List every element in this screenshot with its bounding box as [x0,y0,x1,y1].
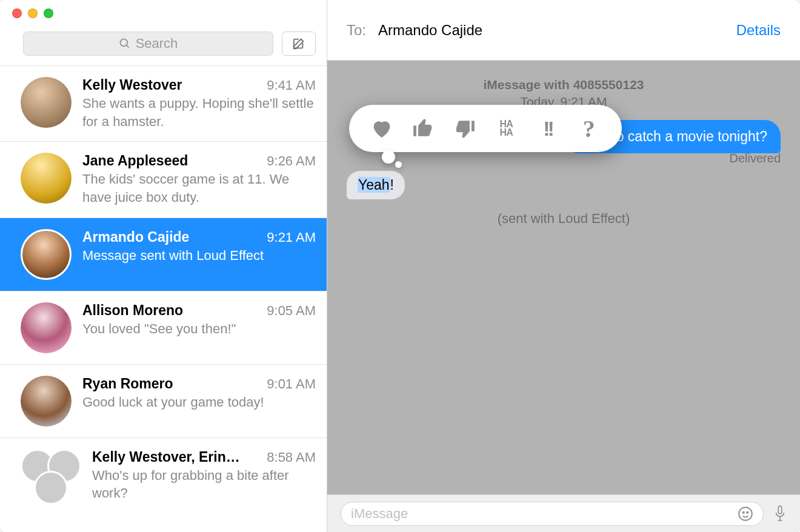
avatar [21,153,72,204]
search-icon [119,38,131,50]
svg-point-3 [739,507,752,520]
svg-rect-6 [778,506,782,514]
conversation-preview: Message sent with Loud Effect [82,247,316,265]
tapback-thumbs-up[interactable] [408,114,438,143]
window-minimize-button[interactable] [28,8,38,18]
tapback-heart[interactable] [367,114,396,143]
search-placeholder: Search [136,36,178,52]
conversation-time: 9:26 AM [267,153,316,169]
svg-point-5 [747,511,748,513]
mic-button[interactable] [773,505,787,523]
conversation-preview: She wants a puppy. Hoping she'll settle … [82,95,316,130]
heart-icon [370,116,394,141]
sidebar: Search Kelly Westover9:41 AM She wants a… [0,0,327,532]
message-thread: iMessage with 4085550123 Today, 9:21 AM … [327,61,800,494]
search-row: Search [0,27,327,65]
compose-button[interactable] [282,32,316,56]
tapback-question[interactable]: ? [575,114,604,143]
conversation-list: Kelly Westover9:41 AM She wants a puppy.… [0,65,327,532]
incoming-text-highlight: Yeah [358,177,390,193]
avatar [21,77,72,128]
conversation-name: Kelly Westover, Erin… [92,449,240,465]
svg-line-1 [126,45,128,48]
conversation-time: 9:21 AM [267,230,316,245]
messages-window: Search Kelly Westover9:41 AM She wants a… [0,0,800,532]
conversation-preview: Good luck at your game today! [82,393,316,411]
conversation-item[interactable]: Allison Moreno9:05 AM You loved "See you… [0,291,327,364]
main-pane: To: Armando Cajide Details iMessage with… [327,0,800,532]
conversation-preview: Who's up for grabbing a bite after work? [92,467,316,502]
question-icon: ? [583,115,595,143]
conversation-item-selected[interactable]: Armando Cajide9:21 AM Message sent with … [0,218,327,291]
window-zoom-button[interactable] [44,8,53,18]
thread-info-line: iMessage with 4085550123 [327,78,800,92]
svg-point-4 [743,511,744,513]
avatar [21,229,72,280]
window-close-button[interactable] [12,8,22,18]
svg-point-0 [120,39,127,47]
double-exclaim-icon: !! [543,117,552,141]
conversation-time: 9:05 AM [267,303,316,319]
conversation-time: 8:58 AM [267,450,316,465]
details-button[interactable]: Details [736,22,781,39]
conversation-preview: You loved "See you then!" [82,320,316,338]
message-input[interactable]: iMessage [341,502,764,526]
tapback-thumbs-down[interactable] [450,114,479,143]
thumbs-up-icon [412,117,435,140]
mic-icon [773,505,787,523]
titlebar [0,0,327,27]
tapback-haha[interactable]: HAHA [492,114,521,143]
effect-caption: (sent with Loud Effect) [327,211,800,227]
compose-bar: iMessage [327,494,800,532]
incoming-text-tail: ! [390,177,394,193]
delivered-status: Delivered [730,151,781,165]
thumbs-down-icon [453,117,476,140]
search-input[interactable]: Search [23,32,273,56]
tapback-emphasize[interactable]: !! [533,114,562,143]
conversation-item[interactable]: Ryan Romero9:01 AM Good luck at your gam… [0,364,327,437]
avatar [21,376,72,427]
smiley-icon [738,506,753,522]
conversation-name: Armando Cajide [82,229,189,245]
tapback-popover: HAHA !! ? [349,105,622,152]
compose-icon [292,37,305,50]
conversation-name: Allison Moreno [82,302,183,319]
avatar [21,302,72,353]
haha-icon: HAHA [500,120,513,137]
to-label: To: [347,22,366,39]
conversation-time: 9:41 AM [267,78,316,93]
conversation-name: Jane Appleseed [82,153,188,169]
group-avatar [21,449,81,505]
conversation-name: Ryan Romero [82,376,173,392]
emoji-button[interactable] [738,506,753,522]
thread-header: To: Armando Cajide Details [327,0,800,61]
conversation-item[interactable]: Kelly Westover9:41 AM She wants a puppy.… [0,65,327,141]
conversation-time: 9:01 AM [267,376,316,392]
message-placeholder: iMessage [351,506,408,522]
to-recipient: Armando Cajide [378,22,724,39]
conversation-preview: The kids' soccer game is at 11. We have … [82,170,316,206]
conversation-item[interactable]: Jane Appleseed9:26 AM The kids' soccer g… [0,141,327,217]
conversation-item[interactable]: Kelly Westover, Erin…8:58 AM Who's up fo… [0,437,327,516]
conversation-name: Kelly Westover [82,77,182,93]
incoming-message-bubble[interactable]: Yeah! [347,171,405,199]
